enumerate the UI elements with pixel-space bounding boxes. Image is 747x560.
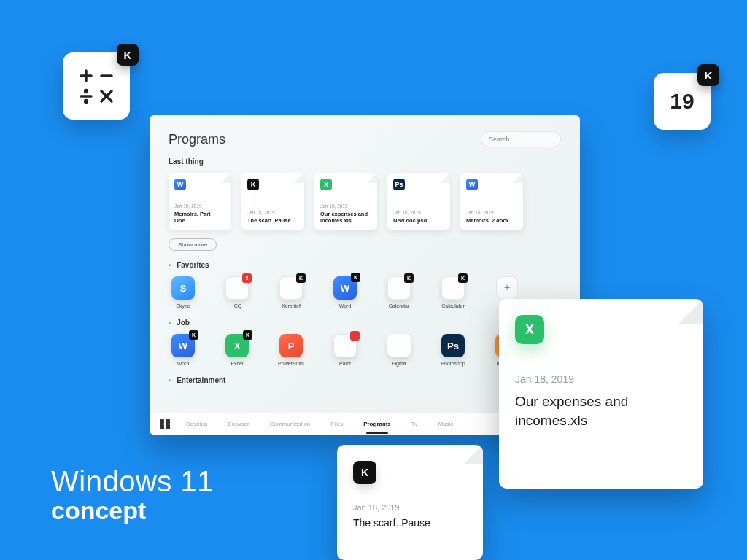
- floating-calculator-tile: K: [63, 52, 130, 120]
- search-placeholder: Search: [489, 136, 510, 143]
- app-icon: P: [279, 334, 303, 357]
- floating-calendar-tile: K 19: [654, 73, 711, 130]
- floating-doc-card-scarf[interactable]: K Jan 18, 2019 The scarf. Pause: [337, 445, 483, 560]
- start-icon[interactable]: [160, 419, 170, 429]
- recent-doc-card[interactable]: K Jan 18, 2019 The scarf. Pause: [241, 173, 304, 230]
- app-label: Paint: [339, 361, 351, 366]
- doc-type-icon: X: [320, 179, 332, 190]
- app-label: Calendar: [389, 303, 409, 308]
- app-label: Excel: [231, 361, 243, 366]
- app-icon: 19K: [387, 276, 411, 300]
- kerchief-icon: K: [353, 461, 376, 484]
- taskbar-tab-programs[interactable]: Programs: [363, 421, 390, 427]
- doc-date: Jan 18, 2019: [466, 210, 517, 215]
- app-icon: S: [171, 276, 195, 300]
- branding-line1: Windows 11: [51, 465, 214, 498]
- app-icon: WK: [171, 334, 195, 357]
- app-word[interactable]: WK Word: [169, 334, 198, 366]
- doc-date: Jan 18, 2019: [393, 210, 444, 215]
- floating-doc-card-xls[interactable]: X Jan 18, 2019 Our expenses and incomes.…: [499, 299, 703, 489]
- app-icon: ±K: [441, 276, 465, 300]
- doc-name: Our expenses and incomes.xls: [320, 211, 371, 224]
- page-title: Programs: [169, 132, 225, 147]
- app-label: Photoshop: [441, 361, 465, 366]
- taskbar-tab-tv[interactable]: Tv: [411, 421, 418, 427]
- app-calculator[interactable]: ±K Calculator: [438, 276, 468, 308]
- app-photoshop[interactable]: Ps Photoshop: [438, 334, 468, 366]
- k-badge-icon: K: [458, 273, 468, 283]
- k-badge-icon: K: [404, 273, 414, 283]
- app-icon: K: [279, 276, 303, 300]
- add-app-button[interactable]: +: [492, 276, 522, 298]
- app-icon: XK: [225, 334, 249, 357]
- plus-icon: +: [496, 276, 518, 298]
- section-favorites-label: Favorites: [169, 261, 561, 269]
- doc-date: Jan 18, 2019: [515, 373, 687, 385]
- app-word[interactable]: WK Word: [330, 276, 360, 308]
- taskbar-tab-browser[interactable]: Browser: [228, 421, 249, 427]
- app-paint[interactable]: ◐ Paint: [330, 334, 360, 366]
- doc-name: The scarf. Pause: [353, 516, 467, 530]
- doc-name: New doc.psd: [393, 217, 444, 224]
- doc-date: Jan 18, 2019: [320, 203, 371, 209]
- app-icon: ✿3: [225, 276, 249, 300]
- app-icq[interactable]: ✿3 ICQ: [222, 276, 252, 308]
- app-label: Figma: [392, 361, 406, 366]
- doc-date: Jan 18, 2019: [174, 203, 225, 209]
- app-label: Word: [177, 361, 190, 366]
- search-input[interactable]: Search: [481, 131, 561, 147]
- app-label: Word: [339, 303, 352, 308]
- app-icon: ◐: [333, 334, 357, 357]
- doc-type-icon: W: [466, 179, 478, 190]
- app-label: PowerPoint: [278, 361, 304, 366]
- calculator-icon: [76, 66, 117, 106]
- notification-badge: 3: [242, 273, 252, 283]
- doc-name: Memoirs. Part One: [174, 211, 225, 224]
- app-excel[interactable]: XK Excel: [222, 334, 252, 366]
- app-label: Kerchief: [282, 303, 301, 308]
- doc-date: Jan 18, 2019: [247, 210, 298, 215]
- recent-doc-card[interactable]: Ps Jan 18, 2019 New doc.psd: [387, 173, 450, 230]
- taskbar-tab-communication[interactable]: Communication: [270, 421, 311, 427]
- app-label: Calculator: [441, 303, 465, 308]
- app-icon: F: [387, 334, 411, 357]
- k-badge-icon: K: [296, 273, 306, 283]
- app-kerchief[interactable]: K Kerchief: [276, 276, 306, 308]
- concept-branding: Windows 11 concept: [51, 465, 214, 525]
- k-badge-icon: K: [243, 330, 252, 340]
- k-badge-icon: K: [117, 44, 139, 66]
- taskbar-tab-music[interactable]: Music: [438, 421, 453, 427]
- app-figma[interactable]: F Figma: [384, 334, 414, 366]
- doc-name: The scarf. Pause: [247, 217, 298, 224]
- app-powerpoint[interactable]: P PowerPoint: [276, 334, 306, 366]
- branding-line2: concept: [51, 497, 214, 525]
- section-recent-label: Last thing: [169, 158, 561, 166]
- svg-point-4: [85, 101, 88, 103]
- doc-type-icon: K: [247, 179, 259, 190]
- app-label: ICQ: [233, 303, 241, 308]
- taskbar-tab-files[interactable]: Files: [330, 421, 343, 427]
- doc-type-icon: Ps: [393, 179, 405, 190]
- doc-name: Our expenses and incomes.xls: [515, 392, 687, 429]
- doc-type-icon: W: [174, 179, 186, 190]
- k-badge-icon: K: [697, 64, 719, 86]
- recent-doc-card[interactable]: W Jan 18, 2019 Memoirs. 2.docx: [460, 173, 523, 230]
- calendar-day-number: 19: [670, 89, 694, 114]
- app-label: Skype: [176, 303, 190, 308]
- doc-date: Jan 18, 2019: [353, 503, 467, 512]
- app-calendar[interactable]: 19K Calendar: [384, 276, 414, 308]
- k-badge-icon: K: [351, 273, 360, 282]
- app-icon: WK: [333, 276, 357, 300]
- excel-icon: X: [515, 315, 544, 344]
- doc-name: Memoirs. 2.docx: [466, 217, 517, 224]
- svg-point-3: [85, 90, 88, 93]
- recent-doc-card[interactable]: W Jan 18, 2019 Memoirs. Part One: [169, 173, 231, 230]
- show-more-button[interactable]: Show more: [169, 238, 217, 251]
- app-icon: Ps: [441, 334, 465, 357]
- app-skype[interactable]: S Skype: [169, 276, 198, 308]
- notification-badge: [350, 331, 360, 341]
- recent-doc-card[interactable]: X Jan 18, 2019 Our expenses and incomes.…: [314, 173, 377, 230]
- k-badge-icon: K: [189, 330, 198, 340]
- taskbar-tab-desktop[interactable]: Desktop: [186, 421, 207, 427]
